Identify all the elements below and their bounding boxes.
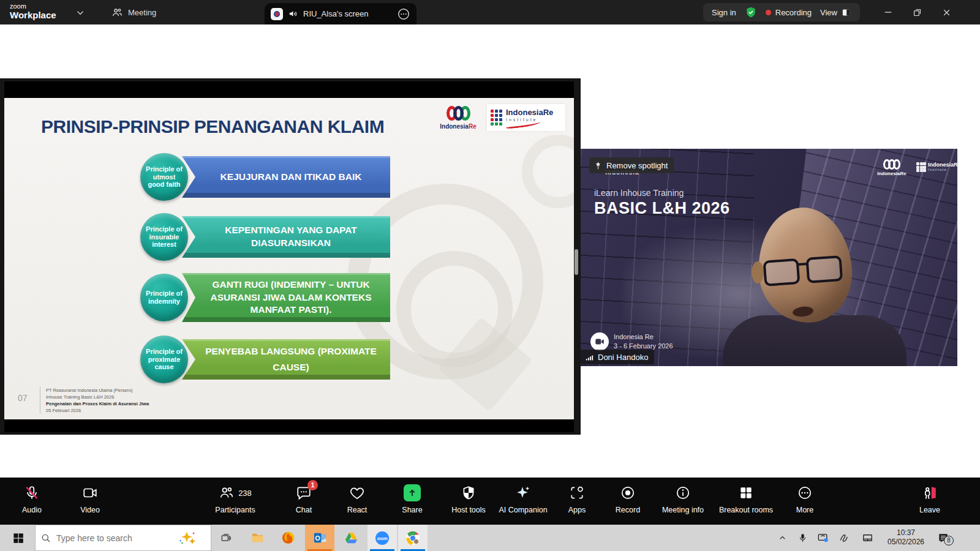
record-label: Record (616, 506, 640, 514)
tab-meeting[interactable]: Meeting (105, 0, 162, 24)
meeting-info-button[interactable]: Meeting info (646, 484, 720, 514)
taskbar-search[interactable] (35, 525, 211, 551)
principle-banner: KEPENTINGAN YANG DAPAT DIASURANSIKAN (182, 216, 390, 258)
search-icon (40, 533, 51, 544)
view-button[interactable]: View (820, 7, 851, 18)
video-institute-suffix: Re (954, 162, 957, 168)
participant-name-tag: Doni Handoko (581, 350, 654, 364)
maximize-button[interactable] (909, 5, 925, 20)
participant-glasses (763, 255, 851, 289)
remove-spotlight-button[interactable]: Remove spotlight (589, 157, 674, 173)
shared-app-icon (271, 8, 283, 20)
footer-line: Pengenalan dan Proses Klaim di Asuransi … (46, 400, 149, 407)
file-explorer-icon[interactable] (244, 525, 271, 551)
breakout-rooms-label: Breakout rooms (719, 506, 773, 514)
chat-icon: 1 (296, 484, 312, 502)
task-view-button[interactable] (214, 525, 238, 551)
indonesia-re-logo: IndonesiaRe (436, 105, 480, 130)
video-session-org: Indonesia Re (614, 332, 673, 342)
info-icon (675, 484, 691, 502)
search-input[interactable] (56, 533, 173, 543)
participants-icon (219, 485, 235, 501)
principle-circle: Principle of proximate cause (140, 335, 188, 383)
notification-center-button[interactable]: 8 (932, 525, 954, 551)
principle-row: Principle of proximate cause PENYEBAB LA… (4, 335, 574, 383)
outlook-icon[interactable]: O (306, 525, 333, 551)
google-drive-icon[interactable] (337, 525, 364, 551)
panel-resize-handle[interactable] (575, 249, 578, 275)
video-logo-suffix: Re (900, 171, 907, 176)
copilot-icon[interactable] (178, 530, 198, 546)
principle-row: Principle of indemnity GANTI RUGI (INDEM… (4, 273, 574, 322)
security-shield-icon[interactable] (745, 6, 757, 18)
view-label: View (820, 8, 837, 17)
participants-icon (111, 7, 123, 18)
leave-button[interactable]: Leave (893, 484, 967, 514)
zoom-app-icon[interactable]: zoom (369, 525, 396, 551)
clock-date: 05/02/2026 (884, 538, 928, 547)
indonesia-re-institute-logo: IndonesiaRe Institute (487, 104, 565, 131)
chat-unread-badge: 1 (307, 480, 318, 490)
logo-text-suffix: Re (469, 123, 477, 130)
zoom-app-highlight: zoom (368, 525, 397, 551)
sign-in-button[interactable]: Sign in (712, 8, 736, 17)
taskbar-clock[interactable]: 10:37 05/02/2026 (884, 525, 928, 551)
firefox-icon[interactable] (274, 525, 301, 551)
close-button[interactable] (938, 5, 954, 20)
react-label: React (347, 506, 368, 514)
more-button[interactable]: More (768, 484, 842, 514)
video-logo-text: Indonesia (877, 171, 900, 176)
presentation-slide: PRINSIP-PRINSIP PENANGANAN KLAIM Indones… (4, 98, 574, 419)
connection-quality-icon (585, 353, 594, 362)
video-institute-text: Indonesia (928, 162, 954, 168)
camera-icon (82, 484, 98, 502)
video-training-label: iLearn Inhouse Training (594, 188, 684, 198)
letterbox-top (4, 81, 574, 98)
speaker-icon (288, 9, 298, 19)
footer-line: PT Reasuransi Indonesia Utama (Persero) (46, 387, 149, 394)
shared-screen-view[interactable]: PRINSIP-PRINSIP PENANGANAN KLAIM Indones… (0, 78, 581, 435)
slide-page-number: 07 (18, 393, 28, 403)
footer-line: 05 Februari 2026 (46, 407, 149, 414)
video-button[interactable]: Video (53, 484, 127, 514)
principle-banner: KEJUJURAN DAN ITIKAD BAIK (182, 156, 390, 198)
principle-circle: Principle of utmost good faith (140, 153, 188, 201)
principle-circle: Principle of insurable interest (140, 213, 188, 261)
chrome-icon[interactable] (399, 525, 426, 551)
start-button[interactable] (6, 525, 29, 551)
recording-indicator[interactable]: Recording (766, 8, 812, 17)
titlebar: zoom Workplace Meeting RIU_Alsa's screen… (0, 0, 980, 24)
institute-logo-swoosh (506, 121, 541, 129)
principle-row: Principle of insurable interest KEPENTIN… (4, 213, 574, 261)
institute-dot-grid-icon (916, 162, 925, 171)
slide-title: PRINSIP-PRINSIP PENANGANAN KLAIM (41, 116, 384, 137)
participants-label: Participants (215, 506, 255, 514)
virtual-background-camera-icon (590, 332, 609, 351)
tray-cast-icon[interactable] (813, 525, 832, 551)
tray-touchpad-icon[interactable] (858, 525, 877, 551)
footer-divider (40, 387, 40, 414)
ai-sparkle-icon (515, 484, 531, 502)
tray-expand-chevron[interactable] (773, 525, 791, 551)
tab-options-icon[interactable] (397, 7, 410, 21)
record-icon (620, 484, 636, 502)
participant-video-tile[interactable]: indonesia Remove spotlight iLearn Inhous… (581, 149, 957, 366)
chrome-app-highlight (398, 525, 428, 551)
workspace-dropdown-chevron[interactable] (75, 7, 86, 18)
remove-spotlight-label: Remove spotlight (606, 161, 668, 170)
recording-dot-icon (766, 10, 771, 15)
participant-body (723, 315, 907, 366)
video-institute-logo: IndonesiaRe Institute (916, 162, 957, 171)
more-icon (797, 484, 813, 502)
principle-row: Principle of utmost good faith KEJUJURAN… (4, 153, 574, 201)
tray-ink-icon[interactable] (834, 525, 854, 551)
minimize-button[interactable] (880, 5, 896, 20)
windows-taskbar: O zoom (0, 525, 980, 551)
mic-muted-icon (24, 484, 40, 502)
participant-name: Doni Handoko (598, 353, 648, 362)
logo-text-zoom: zoom (10, 2, 56, 10)
share-screen-icon (404, 484, 421, 501)
tab-shared-screen[interactable]: RIU_Alsa's screen (265, 3, 417, 24)
tray-mic-icon[interactable] (793, 525, 812, 551)
participants-button[interactable]: 238 Participants (198, 484, 272, 514)
